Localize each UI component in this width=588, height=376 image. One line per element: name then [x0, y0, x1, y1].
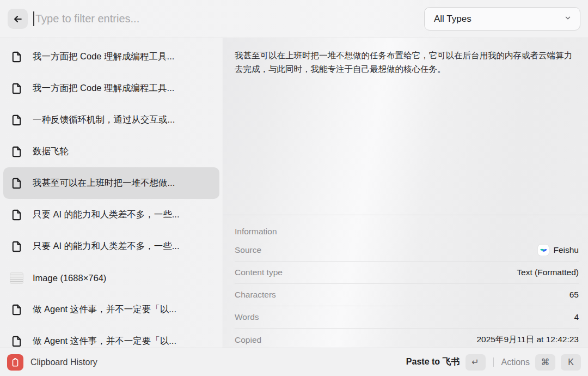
back-arrow-icon	[13, 14, 23, 25]
return-keycap[interactable]: ↵	[465, 354, 486, 371]
list-item[interactable]: Image (1688×764)	[3, 262, 219, 294]
type-filter-value: All Types	[434, 14, 471, 25]
document-icon	[10, 113, 23, 127]
back-button[interactable]	[8, 9, 28, 29]
chevron-down-icon	[564, 14, 572, 24]
footer-bar: Clipboard History Paste to 飞书 ↵ Actions …	[0, 348, 588, 376]
list-item[interactable]: 我一方面把 Code 理解成编程工具...	[3, 41, 219, 72]
list-item-label: 一种反馈循环机制，通过从交互或...	[33, 114, 175, 126]
document-icon	[10, 303, 23, 317]
entry-preview: 我甚至可以在上班时把一堆不想做的任务布置给它，它可以在后台用我的内存或者云端算力…	[223, 38, 588, 215]
list-item-label: 我甚至可以在上班时把一堆不想做...	[33, 177, 175, 189]
list-item-label: 数据飞轮	[33, 145, 69, 157]
image-thumbnail-icon	[10, 272, 23, 284]
footer-divider	[493, 357, 494, 367]
info-label: Characters	[235, 290, 276, 300]
preview-text: 我甚至可以在上班时把一堆不想做的任务布置给它，它可以在后台用我的内存或者云端算力…	[235, 48, 579, 76]
list-item-label: 做 Agent 这件事，并不一定要「以...	[33, 335, 176, 347]
list-item-selected[interactable]: 我甚至可以在上班时把一堆不想做...	[3, 167, 219, 199]
info-value: Feishu	[538, 245, 579, 256]
list-item[interactable]: 只要 AI 的能力和人类差不多，一些...	[3, 199, 219, 231]
info-row-copied: Copied 2025年9月11日 at 12:42:23	[235, 329, 579, 348]
info-row-source: Source Feishu	[235, 239, 579, 262]
app-name: Clipboard History	[30, 357, 97, 367]
main-area: 我一方面把 Code 理解成编程工具... 我一方面把 Code 理解成编程工具…	[0, 38, 588, 348]
info-value: Text (Formatted)	[517, 268, 579, 277]
list-item[interactable]: 一种反馈循环机制，通过从交互或...	[3, 104, 219, 136]
document-icon	[10, 335, 23, 348]
info-value: 65	[569, 290, 579, 300]
feishu-icon	[538, 245, 549, 256]
clipboard-icon	[7, 354, 23, 371]
document-icon	[10, 82, 23, 95]
document-icon	[10, 145, 23, 159]
info-row-characters: Characters 65	[235, 284, 579, 306]
paste-action-label[interactable]: Paste to 飞书	[406, 356, 460, 368]
clipboard-history-window: All Types 我一方面把 Code 理解成编程工具... 我一方面把 Co…	[0, 0, 588, 376]
list-item[interactable]: 做 Agent 这件事，并不一定要「以...	[3, 294, 219, 325]
filter-entries-input[interactable]	[34, 13, 424, 25]
list-item[interactable]: 数据飞轮	[3, 136, 219, 167]
info-row-content-type: Content type Text (Formatted)	[235, 262, 579, 284]
list-item-label: Image (1688×764)	[33, 273, 106, 283]
list-item-label: 做 Agent 这件事，并不一定要「以...	[33, 304, 176, 316]
document-icon	[10, 240, 23, 253]
information-title: Information	[235, 215, 579, 239]
command-keycap[interactable]: ⌘	[535, 354, 555, 371]
detail-panel: 我甚至可以在上班时把一堆不想做的任务布置给它，它可以在后台用我的内存或者云端算力…	[223, 38, 588, 348]
header: All Types	[0, 0, 588, 38]
information-section: Information Source Feishu C	[223, 215, 588, 348]
info-label: Source	[235, 245, 261, 255]
source-value: Feishu	[553, 245, 579, 255]
app-chip: Clipboard History	[7, 354, 97, 371]
k-keycap[interactable]: K	[561, 354, 581, 371]
entries-list: 我一方面把 Code 理解成编程工具... 我一方面把 Code 理解成编程工具…	[0, 38, 223, 348]
list-item[interactable]: 做 Agent 这件事，并不一定要「以...	[3, 325, 219, 348]
info-label: Words	[235, 312, 259, 322]
list-item[interactable]: 只要 AI 的能力和人类差不多，一些...	[3, 231, 219, 262]
info-value: 4	[574, 312, 579, 322]
document-icon	[10, 50, 23, 64]
info-row-words: Words 4	[235, 306, 579, 329]
list-item-label: 只要 AI 的能力和人类差不多，一些...	[33, 209, 180, 221]
actions-button[interactable]: Actions	[501, 357, 530, 367]
document-icon	[10, 208, 23, 222]
type-filter-dropdown[interactable]: All Types	[424, 7, 580, 31]
list-item-label: 只要 AI 的能力和人类差不多，一些...	[33, 240, 180, 252]
list-item[interactable]: 我一方面把 Code 理解成编程工具...	[3, 72, 219, 104]
info-label: Copied	[235, 335, 261, 345]
info-label: Content type	[235, 268, 283, 277]
footer-actions: Paste to 飞书 ↵ Actions ⌘ K	[406, 354, 581, 371]
info-value: 2025年9月11日 at 12:42:23	[476, 334, 579, 345]
list-item-label: 我一方面把 Code 理解成编程工具...	[33, 51, 174, 63]
list-item-label: 我一方面把 Code 理解成编程工具...	[33, 82, 174, 94]
document-icon	[10, 177, 23, 190]
